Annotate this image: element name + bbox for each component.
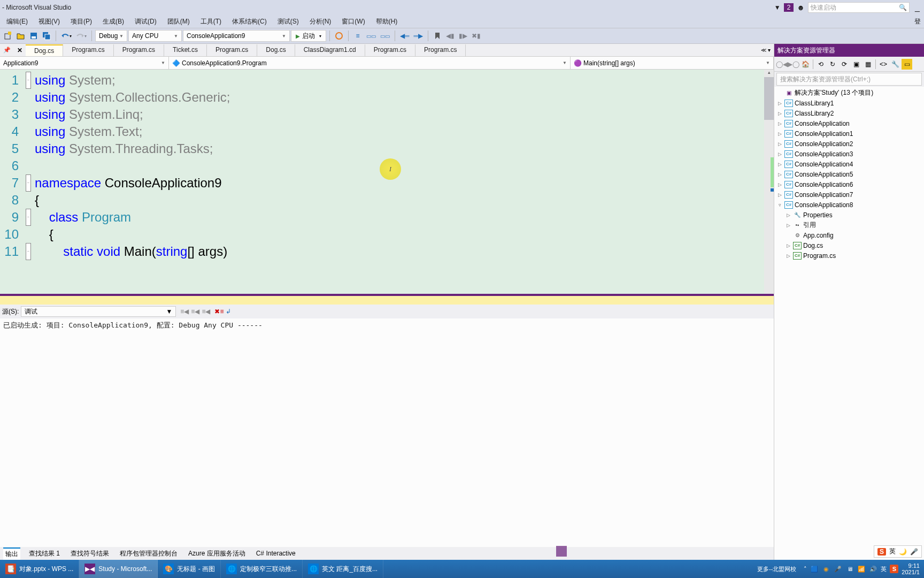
tray-app-icon[interactable]: ◉ <box>822 565 830 573</box>
document-tab[interactable]: Ticket.cs <box>164 44 207 56</box>
document-tab[interactable]: ClassDiagram1.cd <box>295 44 365 56</box>
properties-button[interactable]: 🔧 <box>890 59 900 70</box>
platform-combo[interactable]: Any CPU▼ <box>128 30 182 42</box>
output-wrap-button[interactable]: ↲ <box>226 308 231 315</box>
indent-decrease-button[interactable]: ◀═ <box>398 30 411 42</box>
menu-item[interactable]: 生成(B) <box>97 16 129 28</box>
project-item[interactable]: ⚙App.config <box>774 230 924 240</box>
indent-increase-button[interactable]: ═▶ <box>412 30 425 42</box>
project-item[interactable]: ▷C#Dog.cs <box>774 240 924 250</box>
project-node[interactable]: ▷C#ConsoleApplication6 <box>774 179 924 189</box>
tool-window-tab[interactable]: 查找符号结果 <box>68 548 111 559</box>
tray-security-icon[interactable]: 🟦 <box>810 565 819 573</box>
output-indent-3[interactable]: ≡◀ <box>202 308 210 315</box>
project-node[interactable]: ▷C#ConsoleApplication5 <box>774 169 924 179</box>
toggle-1-button[interactable]: ≡ <box>352 30 364 42</box>
uncomment-button[interactable]: ▭▭ <box>379 30 391 42</box>
output-pane[interactable]: 已启动生成: 项目: ConsoleApplication9, 配置: Debu… <box>0 318 774 547</box>
tray-mic-icon[interactable]: 🎤 <box>834 565 842 573</box>
type-combo[interactable]: 🔷ConsoleApplication9.Program▼ <box>169 57 571 69</box>
menu-item[interactable]: 体系结构(C) <box>227 16 272 28</box>
view-code-button[interactable]: <> <box>878 59 889 70</box>
refresh-button-2[interactable]: ↻ <box>827 59 838 70</box>
system-tray[interactable]: 更多--北盟网校 ˄ 🟦 ◉ 🎤 🖥 📶 🔊 英 S 9:11 2021/1 <box>757 562 924 575</box>
taskbar-item[interactable]: 🌐定制极窄三联动推... <box>221 560 303 578</box>
scope-combo[interactable]: Application9▼ <box>0 57 169 69</box>
forward-button[interactable]: ▶◯ <box>788 59 799 70</box>
project-node[interactable]: ▿C#ConsoleApplication8 <box>774 200 924 210</box>
tool-window-tab[interactable]: Azure 应用服务活动 <box>186 548 248 559</box>
refresh-button[interactable]: ⟳ <box>839 59 850 70</box>
project-item[interactable]: ▷🔧Properties <box>774 210 924 220</box>
save-all-button[interactable] <box>41 30 52 42</box>
output-indent-1[interactable]: ≡◀ <box>180 308 189 315</box>
output-indent-2[interactable]: ≡◀ <box>191 308 199 315</box>
document-tab[interactable]: Program.cs <box>415 44 466 56</box>
comment-button[interactable]: ▭▭ <box>365 30 378 42</box>
project-node[interactable]: ▷C#ConsoleApplication7 <box>774 189 924 200</box>
tabs-overflow-button[interactable]: ≪ ▾ <box>758 47 774 53</box>
redo-button[interactable]: ▾ <box>74 30 88 42</box>
feedback-icon[interactable]: ☻ <box>797 3 805 12</box>
tool-window-tab[interactable]: 输出 <box>3 547 20 560</box>
collapse-button[interactable]: ▣ <box>851 59 861 70</box>
notification-count[interactable]: 2 <box>784 3 794 12</box>
menu-item[interactable]: 工具(T) <box>195 16 227 28</box>
menu-item[interactable]: 测试(S) <box>272 16 304 28</box>
pin-icon[interactable]: 📌 <box>0 47 14 54</box>
document-tab[interactable]: Program.cs <box>365 44 415 56</box>
browser-link-button[interactable] <box>333 30 345 42</box>
menu-item[interactable]: 帮助(H) <box>371 16 403 28</box>
code-editor[interactable]: 1234567891011 −−−− using System;using Sy… <box>0 70 774 294</box>
project-node[interactable]: ▷C#ConsoleApplication1 <box>774 128 924 139</box>
taskbar-item[interactable]: 📑对象.pptx - WPS ... <box>0 560 79 578</box>
minimize-button[interactable]: _ <box>913 3 922 12</box>
taskbar-item[interactable]: 🌐英文 距离_百度搜... <box>303 560 383 578</box>
preview-button[interactable]: ▭ <box>902 59 912 70</box>
tray-lang[interactable]: 英 <box>881 565 887 573</box>
tray-network-icon[interactable]: 📶 <box>857 565 866 573</box>
project-node[interactable]: ▷C#ClassLibrary1 <box>774 98 924 108</box>
open-file-button[interactable] <box>15 30 27 42</box>
menu-item[interactable]: 编辑(E) <box>1 16 33 28</box>
output-source-combo[interactable]: 调试▼ <box>21 306 176 317</box>
close-tab-button[interactable]: ✕ <box>14 47 26 54</box>
menu-item[interactable]: 窗口(W) <box>336 16 370 28</box>
start-debug-button[interactable]: ▶启动▾ <box>291 30 326 42</box>
vertical-scrollbar[interactable]: ▴ <box>764 70 774 294</box>
solution-tree[interactable]: ▣解决方案'Study' (13 个项目)▷C#ClassLibrary1▷C#… <box>774 87 924 560</box>
back-button[interactable]: ◯◀ <box>776 59 787 70</box>
menu-item[interactable]: 调试(D) <box>129 16 162 28</box>
tool-window-tab[interactable]: 程序包管理器控制台 <box>118 548 180 559</box>
config-combo[interactable]: Debug▼ <box>95 30 127 42</box>
project-item[interactable]: ▷•▪引用 <box>774 220 924 230</box>
code-body[interactable]: using System;using System.Collections.Ge… <box>33 70 764 294</box>
project-node[interactable]: ▷C#ConsoleApplication4 <box>774 159 924 169</box>
tool-window-tab[interactable]: 查找结果 1 <box>27 548 62 559</box>
tray-more-text[interactable]: 更多--北盟网校 <box>757 565 796 573</box>
taskbar-item[interactable]: 🎨无标题 - 画图 <box>158 560 221 578</box>
tray-date[interactable]: 2021/1 <box>902 569 920 575</box>
tray-screen-icon[interactable]: 🖥 <box>845 565 854 573</box>
home-button[interactable]: 🏠 <box>800 59 811 70</box>
menu-item[interactable]: 视图(V) <box>33 16 65 28</box>
bookmark-next-button[interactable]: ▮▶ <box>457 30 469 42</box>
document-tab[interactable]: Dog.cs <box>257 44 295 56</box>
project-node[interactable]: ▷C#ConsoleApplication <box>774 118 924 128</box>
tool-window-tab[interactable]: C# Interactive <box>254 549 298 558</box>
startup-combo[interactable]: ConsoleApplication9▼ <box>183 30 290 42</box>
bookmark-clear-button[interactable]: ✖▮ <box>470 30 482 42</box>
save-button[interactable] <box>28 30 40 42</box>
document-tab[interactable]: Program.cs <box>63 44 113 56</box>
sync-button[interactable]: ⟲ <box>815 59 826 70</box>
undo-button[interactable]: ▾ <box>59 30 73 42</box>
menu-item[interactable]: 分析(N) <box>304 16 337 28</box>
bookmark-prev-button[interactable]: ◀▮ <box>444 30 456 42</box>
menu-item[interactable]: 项目(P) <box>65 16 97 28</box>
solution-root[interactable]: ▣解决方案'Study' (13 个项目) <box>774 88 924 98</box>
solution-search-input[interactable]: 搜索解决方案资源管理器(Ctrl+;) <box>776 73 922 86</box>
output-clear-button[interactable]: ✖≡ <box>214 308 224 315</box>
quick-launch-input[interactable]: 快速启动 🔍 <box>808 2 910 13</box>
project-node[interactable]: ▷C#ConsoleApplication3 <box>774 149 924 159</box>
ime-indicator[interactable]: S 英 🌙 🎤 <box>874 545 922 558</box>
